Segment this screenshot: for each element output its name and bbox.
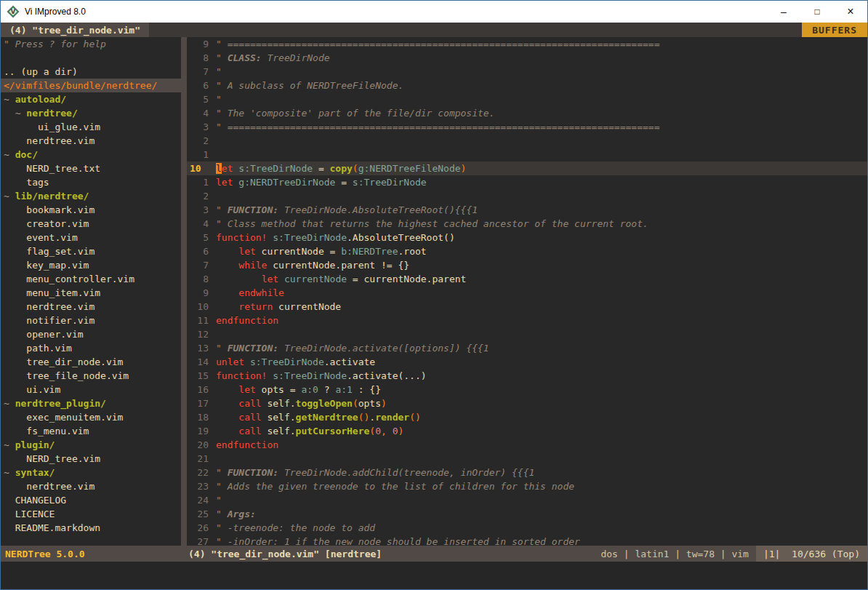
- close-button[interactable]: ×: [834, 1, 867, 23]
- code-token: (: [369, 426, 375, 436]
- expanded-arrow-icon[interactable]: ~: [4, 467, 15, 478]
- vertical-split-handle[interactable]: [181, 37, 187, 546]
- expanded-arrow-icon[interactable]: ~: [4, 191, 15, 202]
- tree-directory-item[interactable]: ~ plugin/: [1, 438, 181, 452]
- code-token: " Adds the given treenode to the list of…: [216, 481, 574, 492]
- tree-directory-item[interactable]: ~ nerdtree_plugin/: [1, 396, 181, 410]
- code-token: =: [313, 163, 329, 174]
- minimize-button[interactable]: –: [767, 1, 800, 23]
- tree-file-item[interactable]: path.vim: [1, 341, 181, 355]
- tree-file-item[interactable]: nerdtree.vim: [1, 300, 181, 314]
- tree-directory-item[interactable]: ~ nerdtree/: [1, 106, 181, 120]
- tree-file-item[interactable]: creator.vim: [1, 217, 181, 231]
- code-line[interactable]: 25" Args:: [187, 507, 867, 521]
- code-line[interactable]: 20endfunction: [187, 438, 867, 452]
- tree-file-item[interactable]: opener.vim: [1, 327, 181, 341]
- code-line[interactable]: 6 let currentNode = b:NERDTree.root: [187, 244, 867, 258]
- tree-file-item[interactable]: tree_file_node.vim: [1, 369, 181, 383]
- tree-file-item[interactable]: nerdtree.vim: [1, 134, 181, 148]
- code-line[interactable]: 22" FUNCTION: TreeDirNode.addChild(treen…: [187, 466, 867, 479]
- maximize-button[interactable]: □: [800, 1, 834, 23]
- nerdtree-status: NERDTree 5.0.0: [1, 549, 181, 559]
- code-line[interactable]: 15function! s:TreeDirNode.activate(...): [187, 369, 867, 383]
- code-line[interactable]: 9" =====================================…: [187, 37, 867, 51]
- expanded-arrow-icon[interactable]: ~: [4, 108, 26, 119]
- code-line[interactable]: 24": [187, 493, 867, 507]
- code-line[interactable]: 10 return currentNode: [187, 300, 867, 314]
- tree-file-item[interactable]: NERD_tree.vim: [1, 452, 181, 466]
- code-line[interactable]: 4" Class method that returns the highest…: [187, 217, 867, 231]
- tree-file-item[interactable]: fs_menu.vim: [1, 424, 181, 438]
- tree-file-item[interactable]: tree_dir_node.vim: [1, 355, 181, 369]
- code-token: " -treenode: the node to add: [216, 522, 375, 533]
- code-line[interactable]: 4" The 'composite' part of the file/dir …: [187, 106, 867, 120]
- code-token: " ======================================…: [216, 121, 659, 132]
- tree-file-item[interactable]: menu_controller.vim: [1, 272, 181, 286]
- tree-file-item[interactable]: NERD_tree.txt: [1, 162, 181, 175]
- tree-directory-item[interactable]: ~ lib/nerdtree/: [1, 189, 181, 203]
- tree-file-item[interactable]: README.markdown: [1, 521, 181, 535]
- code-line[interactable]: 7 while currentNode.parent != {}: [187, 258, 867, 272]
- code-line[interactable]: 27" -inOrder: 1 if the new node should b…: [187, 535, 867, 546]
- tree-file-item[interactable]: tags: [1, 175, 181, 189]
- expanded-arrow-icon[interactable]: ~: [4, 439, 15, 450]
- tree-file-item[interactable]: menu_item.vim: [1, 286, 181, 300]
- code-line[interactable]: 17 call self.toggleOpen(opts): [187, 396, 867, 410]
- code-token: g:NERDTreeDirNode: [238, 177, 335, 188]
- tree-root-item[interactable]: </vimfiles/bundle/nerdtree/: [1, 79, 181, 92]
- expanded-arrow-icon[interactable]: ~: [4, 149, 15, 160]
- code-line[interactable]: 6" A subclass of NERDTreeFileNode.: [187, 79, 867, 92]
- tree-file-item[interactable]: bookmark.vim: [1, 203, 181, 217]
- tree-up-item[interactable]: .. (up a dir): [1, 65, 181, 79]
- buffers-label: BUFFERS: [802, 23, 867, 37]
- tree-file-item[interactable]: ui_glue.vim: [1, 120, 181, 134]
- tree-directory-item[interactable]: ~ syntax/: [1, 466, 181, 479]
- code-line[interactable]: 3" FUNCTION: TreeDirNode.AbsoluteTreeRoo…: [187, 203, 867, 217]
- tree-file-item[interactable]: exec_menuitem.vim: [1, 410, 181, 424]
- code-token: unlet: [216, 356, 244, 367]
- code-line[interactable]: 23" Adds the given treenode to the list …: [187, 479, 867, 493]
- code-line-current[interactable]: 10let s:TreeDirNode = copy(g:NERDTreeFil…: [187, 162, 867, 175]
- tree-file-item[interactable]: flag_set.vim: [1, 244, 181, 258]
- tree-text-line: " Press ? for help: [1, 37, 181, 51]
- tree-file-item[interactable]: CHANGELOG: [1, 493, 181, 507]
- code-line[interactable]: 7": [187, 65, 867, 79]
- code-line[interactable]: 16 let opts = a:0 ? a:1 : {}: [187, 383, 867, 396]
- code-line[interactable]: 3" =====================================…: [187, 120, 867, 134]
- code-token: " Class method that returns the highest …: [216, 218, 648, 229]
- tree-file-item[interactable]: LICENCE: [1, 507, 181, 521]
- code-line[interactable]: 13" FUNCTION: TreeDirNode.activate([opti…: [187, 341, 867, 355]
- window-controls: – □ ×: [767, 1, 867, 23]
- code-line[interactable]: 1: [187, 148, 867, 162]
- expanded-arrow-icon[interactable]: ~: [4, 398, 15, 409]
- code-line[interactable]: 8 let currentNode = currentNode.parent: [187, 272, 867, 286]
- tree-directory-item[interactable]: ~ autoload/: [1, 92, 181, 106]
- code-line[interactable]: 9 endwhile: [187, 286, 867, 300]
- tree-file-item[interactable]: event.vim: [1, 231, 181, 244]
- code-line[interactable]: 18 call self.getNerdtree().render(): [187, 410, 867, 424]
- code-line[interactable]: 21: [187, 452, 867, 466]
- code-line[interactable]: 2: [187, 134, 867, 148]
- code-line[interactable]: 8" CLASS: TreeDirNode: [187, 51, 867, 65]
- code-line[interactable]: 1let g:NERDTreeDirNode = s:TreeDirNode: [187, 175, 867, 189]
- code-line[interactable]: 19 call self.putCursorHere(0, 0): [187, 424, 867, 438]
- line-number: 21: [187, 452, 216, 466]
- code-line[interactable]: 5": [187, 92, 867, 106]
- code-line[interactable]: 12: [187, 327, 867, 341]
- tree-file-item[interactable]: notifier.vim: [1, 314, 181, 327]
- tree-file-item[interactable]: ui.vim: [1, 383, 181, 396]
- tab-tree-dir-node[interactable]: (4) "tree_dir_node.vim": [1, 23, 149, 37]
- code-token: [244, 356, 250, 367]
- code-line[interactable]: 26" -treenode: the node to add: [187, 521, 867, 535]
- expanded-arrow-icon[interactable]: ~: [4, 94, 15, 105]
- tree-file-item[interactable]: key_map.vim: [1, 258, 181, 272]
- code-line[interactable]: 5function! s:TreeDirNode.AbsoluteTreeRoo…: [187, 231, 867, 244]
- code-line[interactable]: 11endfunction: [187, 314, 867, 327]
- code-token: TreeDirNode.addChild(treenode, inOrder) …: [278, 467, 534, 478]
- line-number: 12: [187, 327, 216, 341]
- tree-directory-item[interactable]: ~ doc/: [1, 148, 181, 162]
- tree-file-item[interactable]: nerdtree.vim: [1, 479, 181, 493]
- code-line[interactable]: 2: [187, 189, 867, 203]
- code-text: unlet s:TreeDirNode.activate: [216, 355, 375, 369]
- code-line[interactable]: 14unlet s:TreeDirNode.activate: [187, 355, 867, 369]
